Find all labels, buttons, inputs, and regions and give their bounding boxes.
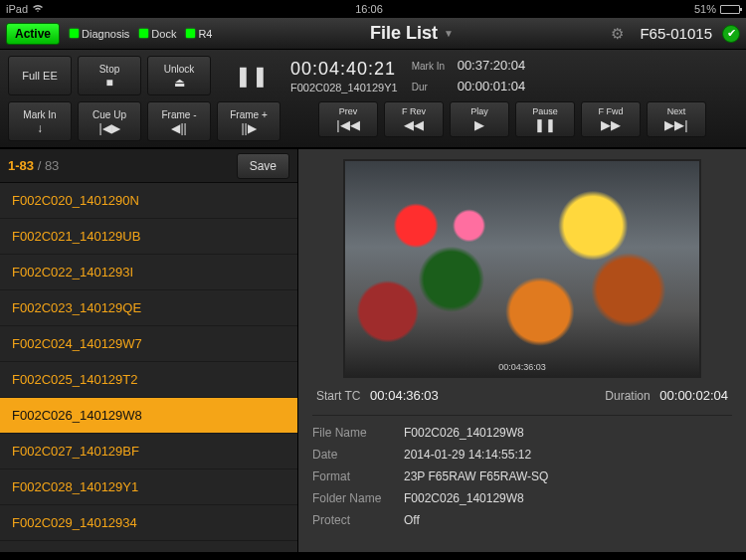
cue-up-button[interactable]: Cue Up|◀▶ xyxy=(78,101,141,141)
preview-panel: 00:04:36:03 Start TC 00:04:36:03 Duratio… xyxy=(298,149,746,552)
video-preview[interactable]: 00:04:36:03 xyxy=(343,159,701,378)
prev-icon: |◀◀ xyxy=(336,117,359,132)
mark-in-icon: ↓ xyxy=(37,122,43,134)
frame-back-icon: ◀|| xyxy=(171,122,186,134)
file-list-items[interactable]: F002C020_1401290NF002C021_140129UBF002C0… xyxy=(0,183,297,552)
main-timecode: 00:04:40:21 xyxy=(290,59,398,80)
file-range: 1-83 / 83 xyxy=(8,158,59,173)
frame-fwd-icon: ||▶ xyxy=(241,122,256,134)
device-id: F65-01015 xyxy=(640,25,712,42)
preview-tc-row: Start TC 00:04:36:03 Duration 00:00:02:0… xyxy=(312,378,732,416)
cue-up-icon: |◀▶ xyxy=(98,122,119,134)
led-icon xyxy=(139,29,148,38)
controls-panel: Full EE Stop■ Unlock⏏ ❚❚ 00:04:40:21 F00… xyxy=(0,50,746,149)
file-list-header: 1-83 / 83 Save xyxy=(0,149,297,183)
osd-timecode: 00:04:36:03 xyxy=(498,362,546,372)
file-list-item[interactable]: F002C022_1401293I xyxy=(0,255,297,290)
main-area: 1-83 / 83 Save F002C020_1401290NF002C021… xyxy=(0,149,746,552)
clock: 16:06 xyxy=(44,3,694,15)
led-icon xyxy=(186,29,195,38)
wifi-icon xyxy=(32,3,44,15)
eject-icon: ⏏ xyxy=(174,77,185,89)
check-icon[interactable]: ✔ xyxy=(722,25,740,43)
still-image xyxy=(345,161,699,376)
file-list-item[interactable]: F002C023_140129QE xyxy=(0,290,297,326)
led-diagnosis: Diagnosis xyxy=(70,28,129,40)
play-button[interactable]: Play▶ xyxy=(450,101,509,137)
file-list-item[interactable]: F002C021_140129UB xyxy=(0,219,297,255)
timecode-clip-name: F002C028_140129Y1 xyxy=(290,82,398,93)
file-list-item[interactable]: F002C025_140129T2 xyxy=(0,362,297,398)
chevron-down-icon: ▼ xyxy=(444,28,454,39)
pause-icon: ❚❚ xyxy=(534,117,556,132)
file-list-item[interactable]: F002C024_140129W7 xyxy=(0,326,297,362)
file-list-item[interactable]: F002C029_14012934 xyxy=(0,505,297,541)
battery-icon xyxy=(720,5,740,14)
led-dock: Dock xyxy=(139,28,176,40)
pause-icon: ❚❚ xyxy=(235,64,269,88)
ipad-statusbar: iPad 16:06 51% xyxy=(0,0,746,18)
pause-button[interactable]: Pause❚❚ xyxy=(515,101,575,137)
device-label: iPad xyxy=(6,3,28,15)
led-r4: R4 xyxy=(186,28,212,40)
file-list-item[interactable]: F002C027_140129BF xyxy=(0,434,297,469)
active-badge[interactable]: Active xyxy=(6,23,60,45)
ffwd-icon: ▶▶ xyxy=(601,117,621,132)
file-list-item[interactable]: F002C020_1401290N xyxy=(0,183,297,219)
save-button[interactable]: Save xyxy=(237,153,289,179)
file-list-item[interactable]: F002C026_140129W8 xyxy=(0,398,297,434)
timecode-display: ❚❚ 00:04:40:21 F002C028_140129Y1 Mark In… xyxy=(217,56,738,95)
gear-icon[interactable]: ⚙ xyxy=(611,25,624,43)
prev-button[interactable]: Prev|◀◀ xyxy=(318,101,378,137)
titlebar: Active Diagnosis Dock R4 File List ▼ ⚙ F… xyxy=(0,18,746,50)
stop-button[interactable]: Stop■ xyxy=(78,56,141,95)
stop-icon: ■ xyxy=(105,77,112,89)
full-ee-button[interactable]: Full EE xyxy=(8,56,72,95)
next-button[interactable]: Next▶▶| xyxy=(647,101,706,137)
play-icon: ▶ xyxy=(474,117,484,132)
ffwd-button[interactable]: F Fwd▶▶ xyxy=(581,101,641,137)
unlock-button[interactable]: Unlock⏏ xyxy=(147,56,211,95)
next-icon: ▶▶| xyxy=(664,117,687,132)
frev-button[interactable]: F Rev◀◀ xyxy=(384,101,444,137)
battery-percent: 51% xyxy=(694,3,716,15)
file-list-item[interactable]: F002C028_140129Y1 xyxy=(0,469,297,505)
frame-minus-button[interactable]: Frame -◀|| xyxy=(147,101,211,141)
frame-plus-button[interactable]: Frame +||▶ xyxy=(217,101,280,141)
file-list-panel: 1-83 / 83 Save F002C020_1401290NF002C021… xyxy=(0,149,298,552)
led-icon xyxy=(70,29,79,38)
mark-in-button[interactable]: Mark In↓ xyxy=(8,101,72,141)
page-title[interactable]: File List ▼ xyxy=(222,23,601,44)
clip-metadata: File NameF002C026_140129W8 Date2014-01-2… xyxy=(312,416,732,527)
rewind-icon: ◀◀ xyxy=(404,117,424,132)
